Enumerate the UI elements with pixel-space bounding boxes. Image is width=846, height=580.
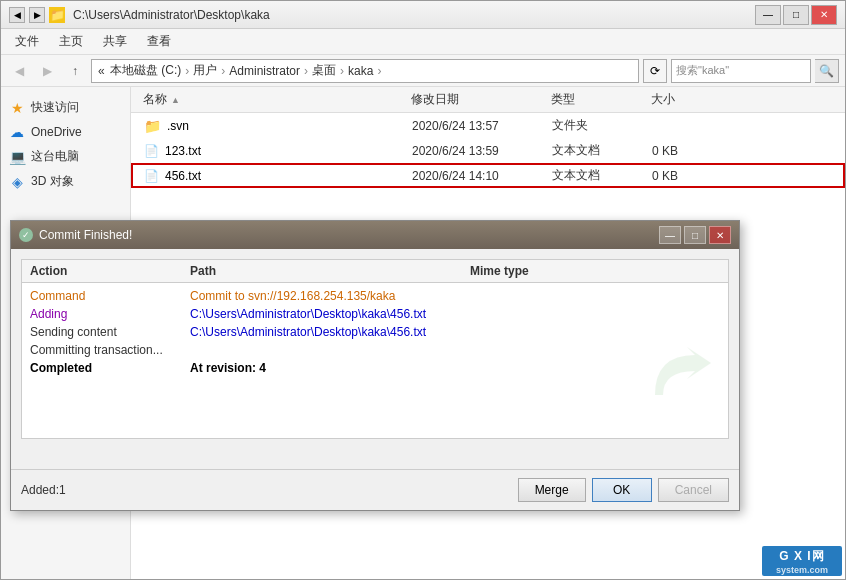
menu-home[interactable]: 主页 [49,29,93,54]
row2-action: Adding [30,307,190,321]
merge-button[interactable]: Merge [518,478,586,502]
cancel-button[interactable]: Cancel [658,478,729,502]
row1-path: Commit to svn://192.168.254.135/kaka [190,289,550,303]
file-date-123: 2020/6/24 13:59 [412,144,552,158]
ok-button[interactable]: OK [592,478,652,502]
sidebar-item-quickaccess[interactable]: ★ 快速访问 [1,95,130,120]
sidebar-label-thispc: 这台电脑 [31,148,79,165]
col-header-name: 名称 ▲ [131,91,411,108]
search-placeholder: 搜索"kaka" [676,63,729,78]
dialog-title: Commit Finished! [39,228,653,242]
explorer-title: C:\Users\Administrator\Desktop\kaka [73,8,755,22]
col-header-type: 类型 [551,91,651,108]
title-bar-icons: ◀ ▶ 📁 [9,7,65,23]
breadcrumb-part4: 桌面 [312,62,336,79]
file-size-123: 0 KB [652,144,732,158]
close-button[interactable]: ✕ [811,5,837,25]
sidebar-label-onedrive: OneDrive [31,125,82,139]
breadcrumb: « 本地磁盘 (C:) › 用户 › Administrator › 桌面 › … [98,62,383,79]
row3-action: Sending content [30,325,190,339]
folder-icon: 📁 [144,118,161,134]
pc-icon: 💻 [9,149,25,165]
footer-info: Added:1 [21,483,66,497]
commit-dialog: ✓ Commit Finished! — □ ✕ Action Path Mim… [10,220,740,511]
breadcrumb-part2: 用户 [193,62,217,79]
doc-icon: 📄 [144,144,159,158]
forward-button[interactable]: ▶ [35,59,59,83]
doc-icon: 📄 [144,169,159,183]
dialog-table-header: Action Path Mime type [22,260,728,283]
up-button[interactable]: ↑ [63,59,87,83]
dialog-body: Action Path Mime type Command Commit to … [11,249,739,469]
footer-buttons: Merge OK Cancel [518,478,729,502]
sidebar-item-3dobj[interactable]: ◈ 3D 对象 [1,169,130,194]
breadcrumb-part5: kaka [348,64,373,78]
maximize-button[interactable]: □ [783,5,809,25]
dialog-row: Command Commit to svn://192.168.254.135/… [30,287,720,305]
cloud-icon: ☁ [9,124,25,140]
dialog-title-bar: ✓ Commit Finished! — □ ✕ [11,221,739,249]
title-bar: ◀ ▶ 📁 C:\Users\Administrator\Desktop\kak… [1,1,845,29]
minimize-button[interactable]: — [755,5,781,25]
menu-share[interactable]: 共享 [93,29,137,54]
row2-path: C:\Users\Administrator\Desktop\kaka\456.… [190,307,550,321]
col-header-date: 修改日期 [411,91,551,108]
file-name-123: 📄 123.txt [132,144,412,158]
dialog-table-body: Command Commit to svn://192.168.254.135/… [22,283,728,423]
dialog-table: Action Path Mime type Command Commit to … [21,259,729,439]
col-action-header: Action [30,264,190,278]
file-type-svn: 文件夹 [552,117,652,134]
toolbar: ◀ ▶ ↑ « 本地磁盘 (C:) › 用户 › Administrator ›… [1,55,845,87]
search-icon[interactable]: 🔍 [815,59,839,83]
arrow-watermark [639,339,719,419]
col-path-header: Path [190,264,470,278]
address-bar[interactable]: « 本地磁盘 (C:) › 用户 › Administrator › 桌面 › … [91,59,639,83]
forward-icon: ▶ [29,7,45,23]
breadcrumb-part3: Administrator [229,64,300,78]
breadcrumb-part1: 本地磁盘 (C:) [110,62,181,79]
file-type-123: 文本文档 [552,142,652,159]
row4-action: Committing transaction... [30,343,190,357]
file-type-456: 文本文档 [552,167,652,184]
sidebar-label-quickaccess: 快速访问 [31,99,79,116]
dialog-row: Completed At revision: 4 [30,359,720,377]
dialog-title-icon: ✓ [19,228,33,242]
col-mime-header: Mime type [470,264,590,278]
breadcrumb-item-drive: « [98,64,108,78]
dialog-row: Committing transaction... [30,341,720,359]
file-row[interactable]: 📄 123.txt 2020/6/24 13:59 文本文档 0 KB [131,138,845,163]
file-row-selected[interactable]: 📄 456.txt 2020/6/24 14:10 文本文档 0 KB [131,163,845,188]
folder-icon-title: 📁 [49,7,65,23]
dialog-minimize-btn[interactable]: — [659,226,681,244]
file-header: 名称 ▲ 修改日期 类型 大小 [131,87,845,113]
file-row[interactable]: 📁 .svn 2020/6/24 13:57 文件夹 [131,113,845,138]
file-date-svn: 2020/6/24 13:57 [412,119,552,133]
search-input[interactable]: 搜索"kaka" [671,59,811,83]
menu-view[interactable]: 查看 [137,29,181,54]
3d-icon: ◈ [9,174,25,190]
file-list: 📁 .svn 2020/6/24 13:57 文件夹 📄 123.txt 202… [131,113,845,188]
refresh-button[interactable]: ⟳ [643,59,667,83]
file-name-svn: 📁 .svn [132,118,412,134]
row3-path: C:\Users\Administrator\Desktop\kaka\456.… [190,325,550,339]
menu-bar: 文件 主页 共享 查看 [1,29,845,55]
sidebar-label-3dobj: 3D 对象 [31,173,74,190]
sort-arrow-icon: ▲ [171,95,180,105]
back-button[interactable]: ◀ [7,59,31,83]
file-size-456: 0 KB [652,169,732,183]
dialog-close-btn[interactable]: ✕ [709,226,731,244]
dialog-footer: Added:1 Merge OK Cancel [11,469,739,510]
gxi-watermark: G X I网 system.com [762,546,842,576]
title-bar-controls: — □ ✕ [755,5,837,25]
file-name-456: 📄 456.txt [132,169,412,183]
back-icon: ◀ [9,7,25,23]
star-icon: ★ [9,100,25,116]
sidebar-item-thispc[interactable]: 💻 这台电脑 [1,144,130,169]
row1-action: Command [30,289,190,303]
menu-file[interactable]: 文件 [5,29,49,54]
row4-path [190,343,550,357]
sidebar-item-onedrive[interactable]: ☁ OneDrive [1,120,130,144]
col-header-size: 大小 [651,91,731,108]
dialog-row: Adding C:\Users\Administrator\Desktop\ka… [30,305,720,323]
dialog-maximize-btn[interactable]: □ [684,226,706,244]
